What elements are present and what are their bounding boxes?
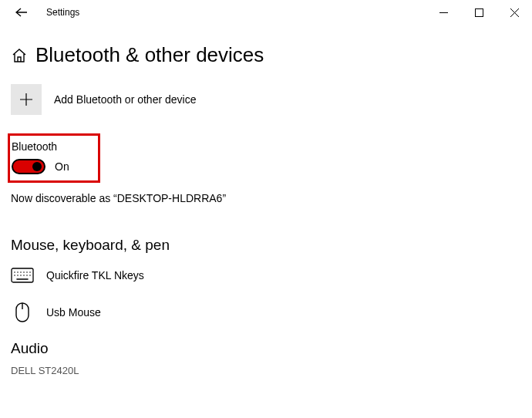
device-label: Usb Mouse [46, 306, 101, 319]
window-title: Settings [46, 7, 79, 18]
bluetooth-highlight-box: Bluetooth On [8, 133, 100, 183]
bluetooth-label: Bluetooth [12, 140, 92, 153]
device-mouse[interactable]: Usb Mouse [11, 303, 521, 322]
toggle-thumb [32, 162, 42, 171]
titlebar: Settings [0, 0, 532, 25]
bluetooth-toggle-row: On [12, 159, 92, 174]
device-label: Quickfire TKL Nkeys [46, 269, 144, 281]
mouse-icon [11, 303, 34, 322]
page-title: Bluetooth & other devices [35, 43, 264, 67]
window-controls [426, 0, 532, 25]
audio-section-heading: Audio [11, 340, 521, 357]
plus-icon [11, 84, 42, 115]
add-device-button[interactable]: Add Bluetooth or other device [11, 84, 521, 115]
content-area: Add Bluetooth or other device Bluetooth … [0, 75, 532, 376]
minimize-button[interactable] [426, 0, 461, 25]
mouse-section-heading: Mouse, keyboard, & pen [11, 237, 521, 254]
discoverable-text: Now discoverable as “DESKTOP-HLDRRA6” [11, 192, 521, 204]
bluetooth-toggle-state: On [55, 160, 69, 173]
device-audio-truncated[interactable]: DELL ST2420L [11, 365, 521, 376]
close-button[interactable] [497, 0, 532, 25]
keyboard-icon [11, 266, 34, 285]
maximize-button[interactable] [461, 0, 497, 25]
back-button[interactable] [14, 5, 29, 20]
page-header: Bluetooth & other devices [0, 25, 532, 75]
home-icon[interactable] [11, 47, 28, 64]
device-keyboard[interactable]: Quickfire TKL Nkeys [11, 266, 521, 285]
bluetooth-toggle[interactable] [12, 159, 45, 174]
add-device-label: Add Bluetooth or other device [54, 93, 196, 106]
svg-rect-0 [475, 8, 483, 16]
